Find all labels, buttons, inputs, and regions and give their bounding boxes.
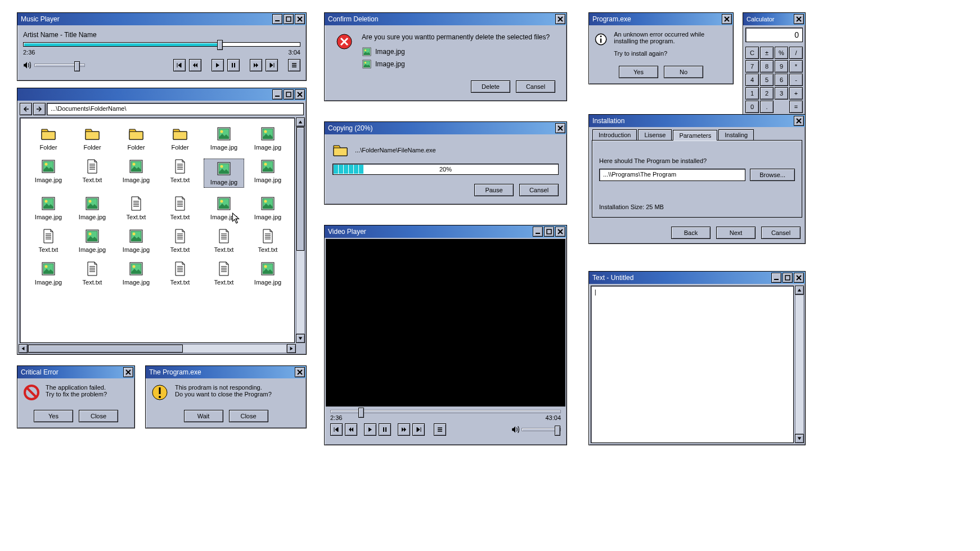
titlebar[interactable]: Program.exe [589,13,733,25]
close-button[interactable] [794,14,804,24]
file-item[interactable]: Image.jpg [204,159,244,188]
play-button[interactable] [364,423,376,436]
file-item[interactable]: Text.txt [72,261,113,286]
minimize-button[interactable] [272,14,282,24]
close-button[interactable] [555,14,565,24]
titlebar[interactable]: Video Player [325,225,567,238]
file-item[interactable]: Image.jpg [204,126,244,151]
file-item[interactable]: Text.txt [204,261,244,286]
scroll-up-button[interactable] [296,118,305,127]
file-item[interactable]: Text.txt [160,196,200,220]
volume-thumb[interactable] [74,61,80,71]
close-button[interactable] [123,367,133,377]
titlebar[interactable]: The Program.exe [146,366,306,378]
calc-key[interactable]: 7 [745,60,759,73]
close-button[interactable] [794,273,804,283]
calc-key[interactable]: 1 [745,87,759,100]
scroll-left-button[interactable] [19,344,28,353]
minimize-button[interactable] [533,227,543,237]
close-program-button[interactable]: Close [229,410,268,422]
tab-lisense[interactable]: Lisense [638,129,672,140]
horizontal-scrollbar[interactable] [19,344,296,353]
file-item[interactable]: Image.jpg [248,261,288,286]
file-item[interactable]: Image.jpg [248,126,288,151]
calc-key[interactable]: 4 [745,74,759,86]
close-button[interactable] [555,227,565,237]
file-item[interactable]: Text.txt [72,159,113,188]
file-item[interactable]: Image.jpg [28,159,69,188]
tab-introduction[interactable]: Introduction [592,129,637,140]
maximize-button[interactable] [783,273,793,283]
seek-track[interactable] [23,42,300,47]
wait-button[interactable]: Wait [184,410,223,422]
next-button[interactable] [412,423,425,436]
maximize-button[interactable] [284,14,294,24]
playlist-button[interactable] [434,423,446,436]
tab-parameters[interactable]: Parameters [673,130,717,141]
install-path-input[interactable]: ...\\Programs\The Program [599,169,745,181]
calc-key[interactable]: ± [760,47,774,59]
titlebar[interactable]: Installation [589,115,805,127]
titlebar[interactable]: Confirm Deletion [325,13,567,25]
cancel-button[interactable]: Cansel [519,184,559,196]
titlebar[interactable]: Calculator [743,13,805,25]
next-button[interactable]: Next [716,227,756,239]
close-button[interactable] [295,14,305,24]
yes-button[interactable]: Yes [34,410,73,422]
scroll-thumb[interactable] [28,345,183,353]
back-button[interactable]: Back [671,227,711,239]
tab-instaling[interactable]: Instaling [718,129,754,140]
file-item[interactable]: Image.jpg [72,228,113,253]
pause-button[interactable]: Pause [474,184,514,196]
titlebar[interactable]: Text - Untitled [589,272,805,284]
calc-key[interactable]: 9 [775,60,788,73]
file-item[interactable]: Image.jpg [248,159,288,188]
file-item[interactable]: Image.jpg [28,261,69,286]
close-button[interactable] [794,116,804,126]
prev-button[interactable] [173,59,186,71]
close-button[interactable] [295,367,305,377]
calc-key[interactable]: 3 [775,87,788,100]
close-dialog-button[interactable]: Close [79,410,118,422]
vertical-scrollbar[interactable] [296,118,305,343]
titlebar[interactable] [17,88,306,101]
calc-key[interactable]: = [789,101,803,113]
close-button[interactable] [295,89,305,100]
calc-key[interactable]: * [789,60,803,73]
file-item[interactable]: Folder [160,126,200,151]
calc-key[interactable]: 6 [775,74,788,86]
file-item[interactable]: Image.jpg [72,196,113,220]
file-item[interactable]: Folder [116,126,156,151]
cancel-button[interactable]: Cansel [761,227,801,239]
titlebar[interactable]: Copying (20%) [325,122,567,134]
play-button[interactable] [212,59,224,71]
file-item[interactable]: Image.jpg [116,159,156,188]
next-button[interactable] [266,59,278,71]
video-seek-thumb[interactable] [358,408,364,418]
scroll-up-button[interactable] [795,286,804,295]
calc-key[interactable]: C [745,47,759,59]
calc-key[interactable]: 8 [760,60,774,73]
file-item[interactable]: Folder [28,126,69,151]
nav-back-button[interactable] [20,103,32,115]
pause-button[interactable] [379,423,391,436]
cancel-button[interactable]: Cansel [516,80,555,93]
rewind-button[interactable] [189,59,201,71]
prev-button[interactable] [330,423,343,436]
minimize-button[interactable] [771,273,781,283]
nav-forward-button[interactable] [33,103,46,115]
file-item[interactable]: Image.jpg [116,261,156,286]
file-item[interactable]: Text.txt [204,228,244,253]
text-area[interactable]: | [591,286,794,443]
calc-key[interactable]: 5 [760,74,774,86]
volume-thumb[interactable] [555,426,560,436]
file-item[interactable]: Text.txt [160,159,200,188]
file-item[interactable]: Text.txt [116,196,156,220]
ffwd-button[interactable] [398,423,410,436]
scroll-down-button[interactable] [296,334,305,343]
calc-key[interactable]: . [760,101,774,113]
file-item[interactable]: Text.txt [160,228,200,253]
close-button[interactable] [722,14,732,24]
calc-key[interactable]: 2 [760,87,774,100]
close-button[interactable] [555,123,565,133]
